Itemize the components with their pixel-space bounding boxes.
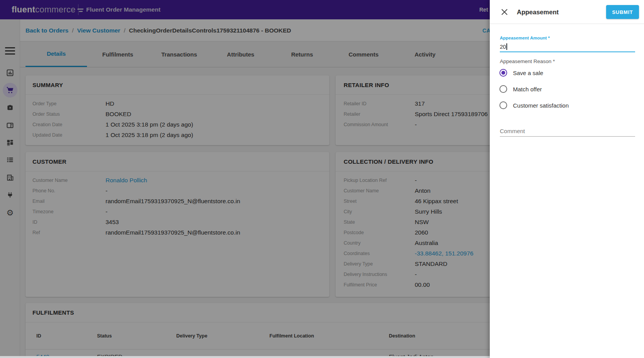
horizontal-scrollbar[interactable] — [0, 356, 490, 358]
app-root: fluentcommerce Fluent Order Management R… — [0, 0, 644, 358]
appeasement-drawer: Appeasement SUBMIT Appeasement Amount * … — [490, 0, 644, 358]
submit-button[interactable]: SUBMIT — [606, 5, 639, 19]
text-caret — [506, 43, 507, 50]
close-icon[interactable] — [500, 8, 509, 17]
drawer-header: Appeasement SUBMIT — [490, 0, 644, 24]
radio-unselected-icon — [499, 85, 507, 93]
radio-unselected-icon — [499, 101, 507, 109]
appeasement-reason-label: Appeasement Reason * — [500, 58, 555, 64]
radio-option-match-offer[interactable]: Match offer — [499, 84, 635, 94]
comment-input[interactable] — [500, 128, 635, 137]
drawer-title: Appeasement — [517, 0, 559, 24]
radio-option-customer-satisfaction[interactable]: Customer satisfaction — [499, 101, 635, 110]
appeasement-amount-input[interactable]: 20 — [500, 42, 635, 52]
appeasement-amount-label: Appeasement Amount * — [500, 36, 550, 40]
radio-option-save-a-sale[interactable]: Save a sale — [499, 68, 635, 77]
radio-selected-icon — [499, 69, 507, 77]
